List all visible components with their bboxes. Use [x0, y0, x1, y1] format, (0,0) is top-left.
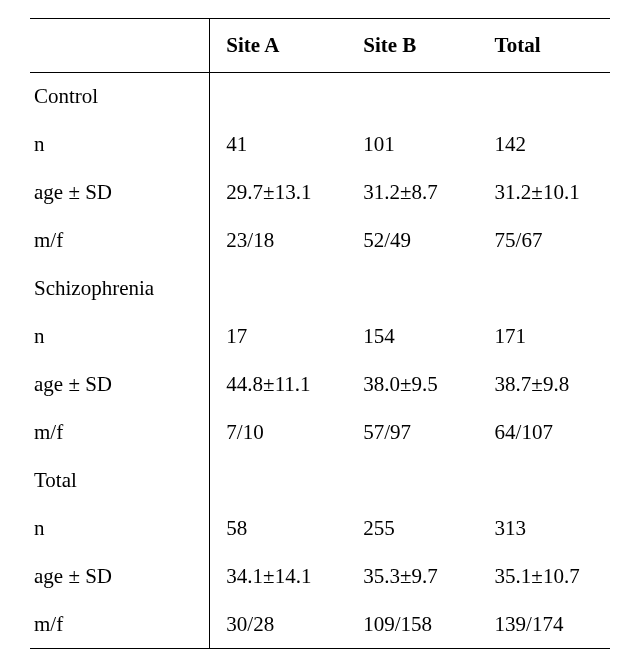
row-label: n [30, 505, 210, 553]
cell-value: 30/28 [210, 601, 347, 649]
table-row: n 41 101 142 [30, 121, 610, 169]
cell-value: 35.3±9.7 [347, 553, 478, 601]
row-label: n [30, 313, 210, 361]
cell-value: 57/97 [347, 409, 478, 457]
table-row: age ± SD 34.1±14.1 35.3±9.7 35.1±10.7 [30, 553, 610, 601]
cell-value: 23/18 [210, 217, 347, 265]
table-row: age ± SD 44.8±11.1 38.0±9.5 38.7±9.8 [30, 361, 610, 409]
table-row: Control [30, 73, 610, 121]
row-label: age ± SD [30, 169, 210, 217]
row-label: m/f [30, 217, 210, 265]
cell-value: 154 [347, 313, 478, 361]
header-total: Total [479, 19, 610, 73]
row-label: m/f [30, 601, 210, 649]
cell-value: 41 [210, 121, 347, 169]
demographics-table: Site A Site B Total Control n 41 101 142… [30, 18, 610, 649]
cell-value: 38.0±9.5 [347, 361, 478, 409]
table-row: m/f 30/28 109/158 139/174 [30, 601, 610, 649]
group-label-schizophrenia: Schizophrenia [30, 265, 210, 313]
table-row: m/f 23/18 52/49 75/67 [30, 217, 610, 265]
cell-value: 75/67 [479, 217, 610, 265]
cell-value: 64/107 [479, 409, 610, 457]
cell-value: 142 [479, 121, 610, 169]
row-label: n [30, 121, 210, 169]
cell-value: 35.1±10.7 [479, 553, 610, 601]
header-site-a: Site A [210, 19, 347, 73]
table-row: age ± SD 29.7±13.1 31.2±8.7 31.2±10.1 [30, 169, 610, 217]
cell-value: 31.2±8.7 [347, 169, 478, 217]
cell-value: 38.7±9.8 [479, 361, 610, 409]
cell-value: 29.7±13.1 [210, 169, 347, 217]
cell-value: 58 [210, 505, 347, 553]
cell-value: 139/174 [479, 601, 610, 649]
group-label-control: Control [30, 73, 210, 121]
header-empty [30, 19, 210, 73]
cell-value: 101 [347, 121, 478, 169]
table-row: Schizophrenia [30, 265, 610, 313]
cell-value: 313 [479, 505, 610, 553]
row-label: m/f [30, 409, 210, 457]
cell-value: 255 [347, 505, 478, 553]
cell-value: 34.1±14.1 [210, 553, 347, 601]
header-site-b: Site B [347, 19, 478, 73]
table-row: Total [30, 457, 610, 505]
table-row: n 58 255 313 [30, 505, 610, 553]
cell-value: 171 [479, 313, 610, 361]
cell-value: 31.2±10.1 [479, 169, 610, 217]
row-label: age ± SD [30, 553, 210, 601]
cell-value: 52/49 [347, 217, 478, 265]
cell-value: 17 [210, 313, 347, 361]
table-row: n 17 154 171 [30, 313, 610, 361]
cell-value: 109/158 [347, 601, 478, 649]
row-label: age ± SD [30, 361, 210, 409]
group-label-total: Total [30, 457, 210, 505]
table-row: m/f 7/10 57/97 64/107 [30, 409, 610, 457]
table-header-row: Site A Site B Total [30, 19, 610, 73]
cell-value: 7/10 [210, 409, 347, 457]
cell-value: 44.8±11.1 [210, 361, 347, 409]
